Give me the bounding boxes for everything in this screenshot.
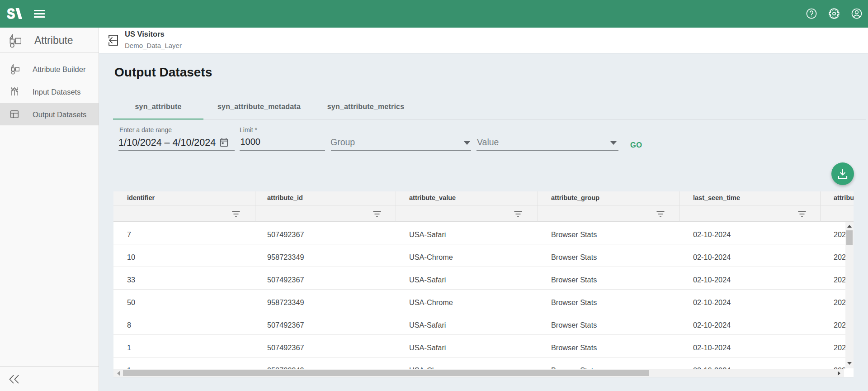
svg-text:S: S (7, 8, 15, 19)
